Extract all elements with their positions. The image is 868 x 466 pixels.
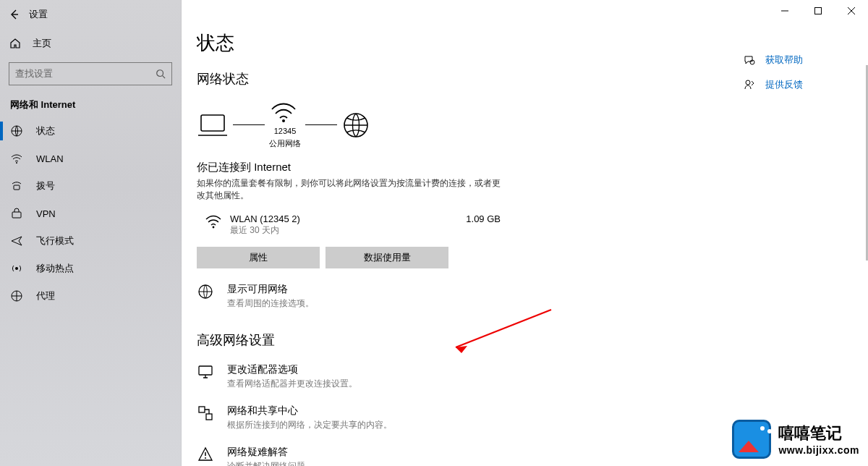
svg-rect-4 [12,212,21,218]
main-content: 状态 网络状态 12345 公用网络 你已连接到 Internet 如果你的流量… [197,0,868,466]
connection-period: 最近 30 天内 [230,224,466,237]
sidebar: 设置 主页 查找设置 网络和 Internet 状态 WLAN 拨号 VPN 飞… [0,0,182,466]
watermark-text: 嘻嘻笔记 [778,423,859,444]
option-desc: 诊断并解决网络问题。 [227,460,314,466]
network-diagram: 12345 公用网络 [197,101,868,149]
monitor-icon [197,363,214,381]
connection-text: WLAN (12345 2) 最近 30 天内 [230,213,466,237]
window-title: 设置 [29,8,48,21]
feedback-label: 提供反馈 [765,78,803,91]
minimize-icon [780,7,789,15]
close-button[interactable] [835,0,868,22]
get-help-link[interactable]: 获取帮助 [744,54,803,67]
vpn-icon [10,207,23,220]
search-icon [156,69,166,79]
back-button[interactable] [0,0,29,29]
connection-buttons: 属性 数据使用量 [197,247,868,268]
sidebar-item-label: 状态 [36,124,55,137]
home-label: 主页 [33,37,51,50]
watermark: 嘻嘻笔记 www.bijixx.com [732,420,859,459]
window-controls [768,0,868,22]
arrow-left-icon [9,9,20,20]
minimize-button[interactable] [768,0,801,22]
feedback-link[interactable]: 提供反馈 [744,78,803,91]
connected-title: 你已连接到 Internet [197,161,868,174]
option-desc: 根据所连接到的网络，决定要共享的内容。 [227,419,392,431]
properties-button[interactable]: 属性 [197,247,320,268]
svg-rect-15 [206,414,212,420]
sidebar-item-dialup[interactable]: 拨号 [0,172,181,200]
diagram-ssid: 12345 [269,127,301,135]
sidebar-item-proxy[interactable]: 代理 [0,282,181,310]
feedback-icon [744,79,755,90]
watermark-logo-icon [732,420,771,459]
help-panel: 获取帮助 提供反馈 [744,54,803,103]
sidebar-section-label: 网络和 Internet [0,85,181,117]
search-input[interactable]: 查找设置 [9,62,172,85]
svg-point-9 [282,119,285,122]
diagram-line [305,124,337,125]
warning-icon [197,446,214,463]
connection-row: WLAN (12345 2) 最近 30 天内 1.09 GB [197,213,501,237]
connection-amount: 1.09 GB [466,213,501,224]
home-button[interactable]: 主页 [0,29,181,58]
watermark-url: www.bijixx.com [778,444,859,456]
sidebar-item-label: 飞行模式 [36,234,74,247]
sidebar-header: 设置 [0,0,181,29]
data-usage-button[interactable]: 数据使用量 [326,247,448,268]
search-placeholder: 查找设置 [15,67,156,80]
diagram-net-type: 公用网络 [269,138,301,149]
sidebar-item-status[interactable]: 状态 [0,117,181,145]
wifi-icon [197,213,230,229]
svg-rect-13 [199,366,212,375]
wifi-large-icon [269,101,298,124]
pc-icon [197,112,229,138]
svg-rect-14 [199,407,205,412]
diagram-line [233,124,265,125]
wifi-icon [10,152,23,165]
close-icon [847,7,856,15]
share-icon [197,404,214,422]
sidebar-item-label: WLAN [36,153,64,164]
sidebar-item-hotspot[interactable]: 移动热点 [0,255,181,282]
sidebar-item-label: 拨号 [36,179,55,192]
option-title: 显示可用网络 [227,283,314,296]
maximize-button[interactable] [801,0,835,22]
wifi-node: 12345 公用网络 [269,101,301,149]
svg-point-5 [15,267,18,270]
svg-rect-8 [201,115,224,131]
svg-point-11 [213,226,215,229]
connected-description: 如果你的流量套餐有限制，则你可以将此网络设置为按流量计费的连接，或者更改其他属性… [197,177,501,202]
option-desc: 查看周围的连接选项。 [227,297,314,310]
sidebar-item-wlan[interactable]: WLAN [0,145,181,172]
status-icon [10,124,23,137]
home-icon [9,38,21,49]
option-title: 更改适配器选项 [227,363,357,376]
sidebar-item-vpn[interactable]: VPN [0,200,181,227]
chat-icon [744,54,755,66]
sidebar-item-label: VPN [36,208,56,219]
sidebar-item-airplane[interactable]: 飞行模式 [0,227,181,255]
search-container: 查找设置 [9,62,172,85]
globe-small-icon [197,283,214,300]
airplane-icon [10,234,23,247]
svg-rect-3 [14,185,20,190]
svg-point-16 [205,457,206,459]
adapter-options[interactable]: 更改适配器选项 查看网络适配器并更改连接设置。 [197,363,868,390]
dialup-icon [10,179,23,192]
hotspot-icon [10,262,23,275]
option-desc: 查看网络适配器并更改连接设置。 [227,378,357,390]
help-label: 获取帮助 [765,54,803,67]
globe-icon [341,111,370,140]
connection-name: WLAN (12345 2) [230,213,466,224]
show-networks-option[interactable]: 显示可用网络 查看周围的连接选项。 [197,283,868,310]
proxy-icon [10,289,23,302]
option-title: 网络和共享中心 [227,404,392,418]
option-title: 网络疑难解答 [227,446,314,459]
maximize-icon [814,7,822,15]
svg-rect-7 [815,8,822,14]
sidebar-item-label: 移动热点 [36,262,74,275]
page-title: 状态 [197,0,868,56]
svg-point-0 [157,70,163,77]
svg-point-2 [16,162,17,164]
